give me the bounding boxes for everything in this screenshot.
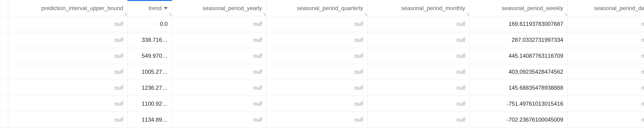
- column-header-stub: [0, 0, 8, 16]
- column-header-seasonal_period_yearly[interactable]: seasonal_period_yearly: [172, 0, 266, 16]
- cell-seasonal_period_yearly: null: [172, 112, 266, 128]
- sort-desc-icon: [164, 7, 168, 9]
- cell-seasonal_period_quarterly: null: [266, 16, 368, 32]
- table-row: null549.970…nullnullnull445.140877631167…: [0, 48, 644, 64]
- cell-seasonal_period_quarterly: null: [266, 112, 368, 128]
- cell-seasonal_period_monthly: null: [368, 64, 470, 80]
- table-row: null1100.92…nullnullnull-751.49761013015…: [0, 96, 644, 112]
- column-header-seasonal_period_quarterly[interactable]: seasonal_period_quarterly: [266, 0, 368, 16]
- cell-seasonal_period_monthly: null: [368, 112, 470, 128]
- cell-trend: 0.0: [128, 16, 172, 32]
- cell-prediction_interval_upper_bound: null: [8, 80, 128, 96]
- cell-seasonal_period_monthly: null: [368, 16, 470, 32]
- column-header-label: seasonal_period_yearly: [203, 5, 262, 12]
- table-row: null0.0nullnullnull169.61193783007687nul…: [0, 16, 644, 32]
- cell-seasonal_period_monthly: null: [368, 48, 470, 64]
- column-header-label: trend: [149, 5, 162, 12]
- cell-seasonal_period_daily: null: [568, 16, 644, 32]
- column-resize-handle[interactable]: [465, 11, 469, 16]
- cell-seasonal_period_yearly: null: [172, 64, 266, 80]
- table-row: null1005.27…nullnullnull403.092354284745…: [0, 64, 644, 80]
- column-header-trend[interactable]: trend: [128, 0, 172, 16]
- row-stub-cell: [0, 96, 8, 112]
- cell-prediction_interval_upper_bound: null: [8, 48, 128, 64]
- cell-seasonal_period_daily: null: [568, 80, 644, 96]
- cell-prediction_interval_upper_bound: null: [8, 112, 128, 128]
- column-header-seasonal_period_weekly[interactable]: seasonal_period_weekly: [470, 0, 568, 16]
- column-resize-handle[interactable]: [262, 11, 266, 16]
- cell-seasonal_period_daily: null: [568, 32, 644, 48]
- row-stub-cell: [0, 112, 8, 128]
- column-resize-handle[interactable]: [123, 11, 127, 16]
- column-header-label: seasonal_period_quarterly: [297, 5, 363, 12]
- table-row: null1134.89…nullnullnull-702.23676100045…: [0, 112, 644, 128]
- column-header-prediction_interval_upper_bound[interactable]: prediction_interval_upper_bound: [8, 0, 128, 16]
- cell-trend: 1134.89…: [128, 112, 172, 128]
- table-header-row: prediction_interval_upper_boundtrendseas…: [0, 0, 644, 16]
- column-resize-handle[interactable]: [563, 11, 567, 16]
- cell-trend: 1005.27…: [128, 64, 172, 80]
- cell-seasonal_period_daily: null: [568, 112, 644, 128]
- column-header-label: seasonal_period_weekly: [502, 5, 563, 12]
- cell-seasonal_period_yearly: null: [172, 48, 266, 64]
- column-header-seasonal_period_daily[interactable]: seasonal_period_daily: [568, 0, 644, 16]
- row-stub-cell: [0, 80, 8, 96]
- results-table: prediction_interval_upper_boundtrendseas…: [0, 0, 644, 128]
- cell-seasonal_period_weekly: 445.14087763116709: [470, 48, 568, 64]
- cell-seasonal_period_weekly: 145.68835478938888: [470, 80, 568, 96]
- cell-trend: 1100.92…: [128, 96, 172, 112]
- cell-seasonal_period_daily: null: [568, 64, 644, 80]
- cell-trend: 1236.27…: [128, 80, 172, 96]
- column-resize-handle[interactable]: [167, 11, 171, 16]
- cell-seasonal_period_quarterly: null: [266, 80, 368, 96]
- table-row: null338.716…nullnullnull287.033273199733…: [0, 32, 644, 48]
- cell-seasonal_period_quarterly: null: [266, 32, 368, 48]
- cell-prediction_interval_upper_bound: null: [8, 96, 128, 112]
- cell-seasonal_period_monthly: null: [368, 32, 470, 48]
- cell-prediction_interval_upper_bound: null: [8, 64, 128, 80]
- table-row: null1236.27…nullnullnull145.688354789388…: [0, 80, 644, 96]
- cell-seasonal_period_weekly: -702.23676100045009: [470, 112, 568, 128]
- cell-seasonal_period_quarterly: null: [266, 64, 368, 80]
- column-header-label: seasonal_period_monthly: [401, 5, 465, 12]
- cell-trend: 549.970…: [128, 48, 172, 64]
- cell-seasonal_period_weekly: 169.61193783007687: [470, 16, 568, 32]
- row-stub-cell: [0, 32, 8, 48]
- column-header-label: prediction_interval_upper_bound: [41, 5, 123, 12]
- cell-seasonal_period_yearly: null: [172, 32, 266, 48]
- cell-seasonal_period_daily: null: [568, 48, 644, 64]
- row-stub-cell: [0, 48, 8, 64]
- column-header-seasonal_period_monthly[interactable]: seasonal_period_monthly: [368, 0, 470, 16]
- cell-seasonal_period_weekly: 287.0332731997334: [470, 32, 568, 48]
- cell-seasonal_period_yearly: null: [172, 96, 266, 112]
- cell-seasonal_period_yearly: null: [172, 80, 266, 96]
- cell-seasonal_period_daily: null: [568, 96, 644, 112]
- row-stub-cell: [0, 64, 8, 80]
- cell-prediction_interval_upper_bound: null: [8, 16, 128, 32]
- cell-seasonal_period_monthly: null: [368, 96, 470, 112]
- column-header-label: seasonal_period_daily: [594, 5, 644, 12]
- column-resize-handle[interactable]: [362, 11, 367, 16]
- cell-seasonal_period_weekly: -751.49761013015416: [470, 96, 568, 112]
- cell-seasonal_period_weekly: 403.09235428474562: [470, 64, 568, 80]
- cell-trend: 338.716…: [128, 32, 172, 48]
- cell-seasonal_period_quarterly: null: [266, 96, 368, 112]
- row-stub-cell: [0, 16, 8, 32]
- cell-seasonal_period_monthly: null: [368, 80, 470, 96]
- cell-seasonal_period_yearly: null: [172, 16, 266, 32]
- cell-seasonal_period_quarterly: null: [266, 48, 368, 64]
- cell-prediction_interval_upper_bound: null: [8, 32, 128, 48]
